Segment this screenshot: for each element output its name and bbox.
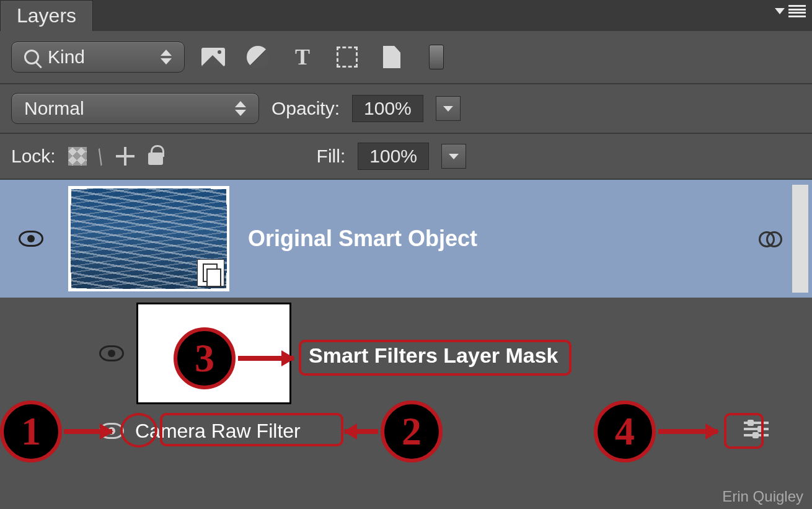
layer-thumbnail[interactable] [62, 180, 236, 298]
blend-mode-bar: Normal Opacity: 100% [0, 84, 812, 134]
panel-menu-caret-icon[interactable] [775, 8, 785, 14]
image-icon [201, 48, 225, 66]
annotation-badge-4: 4 [594, 401, 656, 463]
layers-tab-label: Layers [17, 4, 76, 27]
checker-icon [68, 147, 87, 166]
toggle-icon [429, 45, 444, 69]
fill-value-input[interactable]: 100% [358, 143, 429, 170]
fill-dropdown-button[interactable] [441, 144, 466, 169]
annotation-arrow-2 [345, 429, 378, 434]
scrollbar-track[interactable] [792, 185, 808, 293]
layer-name-label[interactable]: Original Smart Object [248, 226, 477, 252]
annotation-label-3: Smart Filters Layer Mask [309, 343, 558, 368]
smartobject-badge-icon [197, 259, 224, 286]
search-icon [24, 50, 39, 64]
layers-panel: Layers Kind T Normal Opacity: [0, 0, 812, 509]
updown-icon [235, 101, 246, 116]
lock-bar: Lock: ⁄ Fill: 100% [0, 134, 812, 180]
fill-label: Fill: [317, 146, 346, 167]
opacity-value-input[interactable]: 100% [352, 95, 423, 122]
annotation-badge-1: 1 [0, 401, 62, 463]
filter-toggle-switch[interactable] [420, 41, 452, 73]
filter-shape-layers-button[interactable] [331, 41, 363, 73]
annotation-circle-1 [120, 413, 157, 448]
annotation-arrow-1 [64, 429, 112, 434]
filter-type-layers-button[interactable]: T [286, 41, 319, 73]
updown-icon [161, 50, 172, 64]
opacity-dropdown-button[interactable] [436, 96, 461, 121]
smart-filter-link-icon [759, 231, 781, 246]
layers-list: Original Smart Object Camera Raw Filter … [0, 180, 812, 509]
filter-kind-select[interactable]: Kind [11, 42, 185, 73]
annotation-box-4 [724, 413, 764, 449]
visibility-toggle-icon[interactable] [19, 231, 43, 247]
caret-down-icon [443, 106, 453, 112]
annotation-badge-2: 2 [381, 401, 443, 463]
annotation-box-2 [160, 413, 343, 446]
panel-menu-icon[interactable] [788, 5, 806, 17]
adjustment-icon [247, 46, 269, 68]
layer-row-smartobject[interactable]: Original Smart Object [0, 180, 812, 298]
blend-mode-select[interactable]: Normal [11, 93, 259, 124]
lock-image-button[interactable]: ⁄ [92, 146, 110, 167]
blend-mode-value: Normal [24, 98, 84, 119]
lock-transparent-button[interactable] [68, 147, 87, 166]
lock-label: Lock: [11, 146, 56, 167]
lock-icon [148, 153, 163, 165]
visibility-toggle-icon[interactable] [99, 345, 124, 361]
shape-icon [337, 46, 358, 68]
annotation-badge-3: 3 [174, 327, 236, 389]
smartobject-icon [383, 46, 400, 68]
annotation-arrow-4 [658, 429, 718, 434]
filter-adjustment-layers-button[interactable] [242, 41, 274, 73]
filter-pixel-layers-button[interactable] [197, 41, 229, 73]
caret-down-icon [449, 154, 459, 159]
annotation-arrow-3 [238, 356, 294, 361]
filter-smartobject-layers-button[interactable] [376, 41, 408, 73]
layer-filter-bar: Kind T [0, 31, 812, 84]
layers-tab[interactable]: Layers [0, 0, 93, 31]
lock-all-button[interactable] [148, 148, 163, 165]
type-icon: T [295, 44, 310, 70]
panel-tab-bar: Layers [0, 0, 812, 31]
lock-position-button[interactable] [115, 146, 136, 167]
filter-kind-label: Kind [48, 46, 85, 68]
opacity-label: Opacity: [271, 98, 340, 119]
image-credit: Erin Quigley [722, 488, 803, 505]
